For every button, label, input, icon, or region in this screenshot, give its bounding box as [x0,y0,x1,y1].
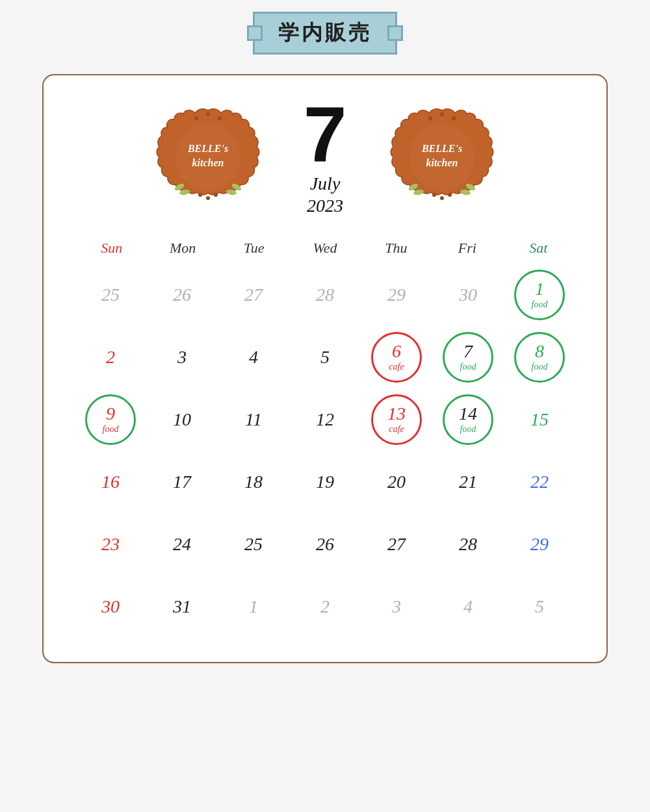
svg-point-23 [432,193,436,197]
svg-point-1 [194,116,198,120]
svg-point-11 [206,196,210,200]
cell-jul21: 21 [434,453,502,511]
cell-jul25: 25 [219,515,288,574]
cell-jul14: 14 food [434,390,502,449]
cell-jul9: 9 food [76,390,145,449]
cell-aug1: 1 [219,577,288,636]
page: 学内販売 [0,0,650,812]
header-fri: Fri [432,236,502,260]
circle-jul14 [443,394,493,445]
cell-jun26: 26 [148,266,216,324]
cell-jul11: 11 [219,390,288,449]
cell-jul16: 16 [76,453,145,511]
month-header: BELLE's kitchen 7 July 2023 [76,95,574,216]
circle-jul1 [514,270,565,320]
week-row-1: 25 26 27 28 29 30 [76,266,574,324]
cell-jul22: 22 [505,453,574,511]
cell-jul29: 29 [505,515,574,574]
cell-jun25: 25 [76,266,145,324]
cell-jul15: 15 [505,390,574,449]
circle-jul7 [443,332,493,383]
cell-jun29: 29 [362,266,431,324]
cell-jul3: 3 [148,328,216,387]
cell-aug5: 5 [505,577,574,636]
cell-jul10: 10 [148,390,216,449]
circle-jul13 [371,394,422,445]
cell-jul20: 20 [362,453,431,511]
cell-jul7: 7 food [434,328,502,387]
cell-jul4: 4 [219,328,288,387]
week-row-5: 23 24 25 26 27 28 [76,515,574,574]
cell-jul2: 2 [76,328,145,387]
svg-point-10 [198,193,202,197]
week-row-6: 30 31 1 2 3 4 [76,577,574,636]
header-wed: Wed [289,236,360,260]
cell-jul18: 18 [219,453,288,511]
day-headers: Sun Mon Tue Wed Thu Fri Sat [76,236,574,260]
circle-jul9 [85,394,136,445]
cell-jul5: 5 [291,328,359,387]
cell-jul23: 23 [76,515,145,574]
circle-jul6 [371,332,422,383]
month-display: 7 July 2023 [273,95,377,216]
cell-aug2: 2 [291,577,359,636]
cell-jul6: 6 cafe [362,328,431,387]
cell-jul13: 13 cafe [362,390,431,449]
svg-text:kitchen: kitchen [192,157,224,168]
week-row-4: 16 17 18 19 20 21 [76,453,574,511]
cell-jul28: 28 [434,515,502,574]
cell-jul8: 8 food [505,328,574,387]
cell-jul24: 24 [148,515,216,574]
cell-jul12: 12 [291,390,359,449]
svg-text:kitchen: kitchen [426,157,458,168]
cell-jul30: 30 [76,577,145,636]
cell-jun30: 30 [434,266,502,324]
header-tue: Tue [218,236,289,260]
week-row-3: 9 food 10 11 12 13 cafe [76,390,574,449]
svg-text:BELLE's: BELLE's [421,143,462,154]
cell-aug4: 4 [434,577,502,636]
svg-point-16 [452,116,456,120]
header-title: 学内販売 [278,21,372,44]
cell-jul17: 17 [148,453,216,511]
logo-right: BELLE's kitchen [390,104,494,208]
svg-point-2 [206,112,210,116]
svg-text:BELLE's: BELLE's [187,143,228,154]
cell-jun27: 27 [219,266,288,324]
svg-point-25 [448,193,452,197]
svg-point-14 [428,116,432,120]
calendar-weeks: 25 26 27 28 29 30 [76,266,574,636]
logo-left: BELLE's kitchen [156,104,260,208]
svg-point-15 [440,112,444,116]
header-sat: Sat [503,236,574,260]
month-name-year: July 2023 [307,173,343,216]
header-banner: 学内販売 [253,12,397,55]
month-number: 7 [304,95,347,173]
cell-jun28: 28 [291,266,359,324]
header-sun: Sun [76,236,147,260]
calendar-grid: Sun Mon Tue Wed Thu Fri Sat 25 26 [76,236,574,636]
cell-jul31: 31 [148,577,216,636]
svg-point-3 [218,116,222,120]
svg-point-12 [214,193,218,197]
cell-jul1: 1 food [505,266,574,324]
circle-jul8 [514,332,565,383]
cell-jul19: 19 [291,453,359,511]
cell-jul27: 27 [362,515,431,574]
cell-aug3: 3 [362,577,431,636]
cell-jul26: 26 [291,515,359,574]
calendar-card: BELLE's kitchen 7 July 2023 [42,74,608,663]
header-thu: Thu [361,236,432,260]
week-row-2: 2 3 4 5 6 cafe [76,328,574,387]
svg-point-24 [440,196,444,200]
header-mon: Mon [147,236,218,260]
